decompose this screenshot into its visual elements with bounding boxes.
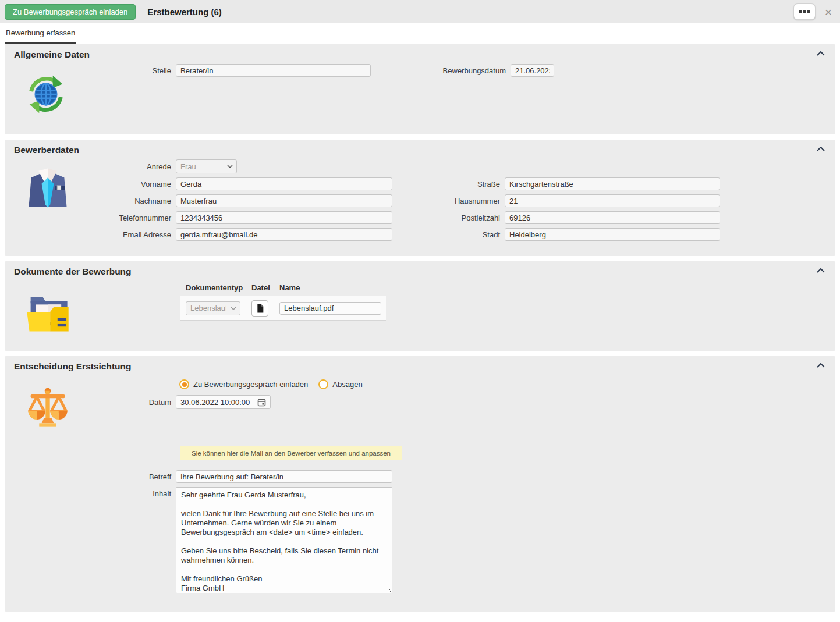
telefonnummer-input[interactable] [176,211,392,224]
document-name-input[interactable] [279,302,381,315]
strasse-label: Straße [412,180,505,189]
window-title: Erstbewertung (6) [147,7,222,17]
telefonnummer-label: Telefonnummer [5,214,176,222]
radio-reject[interactable]: Absagen [318,379,362,389]
nachname-label: Nachname [5,197,176,205]
nachname-input[interactable] [176,194,392,207]
bewerbungsdatum-label: Bewerbungsdatum [412,66,511,75]
col-datei: Datei [246,279,274,296]
mail-hint-banner: Sie können hier die Mail an den Bewerber… [180,446,402,460]
vorname-input[interactable] [176,177,392,190]
inhalt-label: Inhalt [5,487,176,498]
file-icon [256,303,264,314]
section-bewerberdaten: Bewerberdaten Anrede Frau Vorname [5,140,835,256]
stelle-input[interactable] [176,64,371,77]
strasse-input[interactable] [505,177,720,190]
top-bar: Zu Bewerbungsgespräch einladen Erstbewer… [0,0,840,23]
tab-bewerbung-erfassen[interactable]: Bewerbung erfassen [5,23,76,44]
more-options-button[interactable] [793,3,816,20]
documents-table-header: Dokumententyp Datei Name [180,279,386,296]
invite-to-interview-button[interactable]: Zu Bewerbungsgespräch einladen [5,4,136,20]
section-title: Allgemeine Daten [14,49,90,60]
email-input[interactable] [176,228,392,241]
open-folder-icon [23,287,72,336]
stelle-label: Stelle [5,66,176,75]
collapse-section-icon[interactable] [817,268,825,273]
vorname-label: Vorname [5,180,176,189]
anrede-select[interactable]: Frau [176,159,237,173]
bewerbungsdatum-input[interactable] [511,64,554,77]
collapse-section-icon[interactable] [817,147,825,151]
section-entscheidung: Entscheidung Erstsichtung Zu Bewerbungsg… [5,356,835,612]
radio-checked-icon [179,379,189,389]
stadt-input[interactable] [505,228,720,241]
calendar-icon [257,398,266,407]
collapse-section-icon[interactable] [817,363,825,368]
document-row: Lebenslauf [180,296,386,321]
stadt-label: Stadt [412,230,505,239]
datum-label: Datum [5,398,176,407]
collapse-section-icon[interactable] [817,51,825,56]
documents-table: Dokumententyp Datei Name Lebenslauf [180,279,386,321]
postleitzahl-input[interactable] [505,211,720,224]
inhalt-textarea[interactable]: Sehr geehrte Frau Gerda Musterfrau, viel… [176,487,392,593]
section-title: Dokumente der Bewerbung [14,266,132,277]
hausnummer-input[interactable] [505,194,720,207]
anrede-label: Anrede [5,162,176,171]
betreff-input[interactable] [176,470,392,483]
tab-bar: Bewerbung erfassen [0,23,840,44]
radio-unchecked-icon [318,379,328,389]
radio-invite[interactable]: Zu Bewerbungsgespräch einladen [179,379,308,389]
postleitzahl-label: Postleitzahl [412,214,505,222]
col-dokumententyp: Dokumententyp [180,279,246,296]
section-title: Bewerberdaten [14,145,79,155]
hausnummer-label: Hausnummer [412,197,505,205]
email-label: Email Adresse [5,230,176,239]
dokumententyp-select[interactable]: Lebenslauf [186,301,240,315]
betreff-label: Betreff [5,472,176,481]
datum-input[interactable] [176,395,271,409]
ellipsis-icon [807,10,810,13]
section-allgemeine-daten: Allgemeine Daten Stelle Bewerbungsdatum [5,44,835,134]
col-name: Name [274,279,386,296]
section-dokumente: Dokumente der Bewerbung Dokumententyp Da… [5,261,835,351]
open-file-button[interactable] [251,300,268,317]
section-title: Entscheidung Erstsichtung [14,361,132,372]
close-icon[interactable]: × [824,6,833,18]
ellipsis-icon [799,10,802,13]
ellipsis-icon [803,10,806,13]
